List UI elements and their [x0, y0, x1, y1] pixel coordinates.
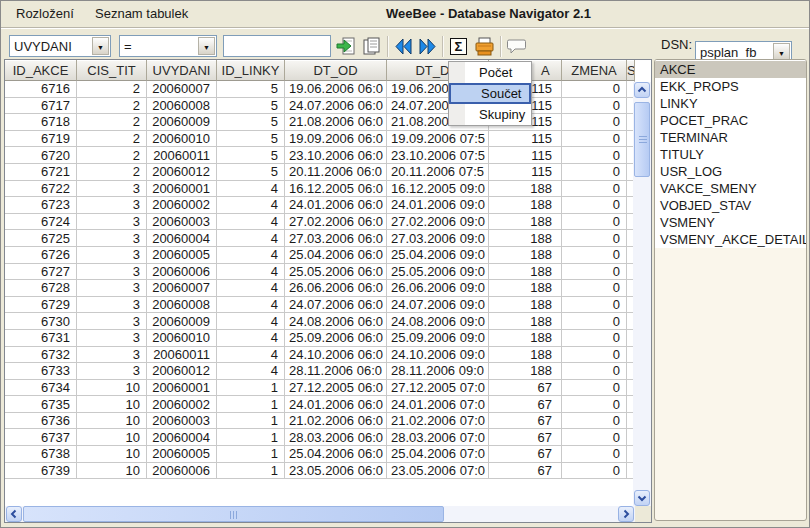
table-list-item-ekk_props[interactable]: EKK_PROPS	[655, 78, 806, 95]
scroll-down-button[interactable]	[634, 490, 650, 506]
table-row[interactable]: 67381020060005125.04.2006 06:025.04.2006…	[5, 446, 635, 463]
cell-ID_LINKY[interactable]: 5	[217, 98, 285, 115]
cell-DT_DO[interactable]: 24.01.2006 07:0	[387, 396, 489, 413]
page-last-button[interactable]	[416, 35, 439, 58]
table-row[interactable]: 6716220060007519.06.2006 06:019.06.2006 …	[5, 81, 635, 98]
column-header-CIS_TIT[interactable]: CIS_TIT	[77, 60, 147, 81]
cell-DT_OD[interactable]: 21.08.2006 06:0	[285, 114, 387, 131]
cell-DT_DO[interactable]: 24.07.2006 09:0	[387, 297, 489, 314]
cell-ZMENA[interactable]: 0	[562, 114, 627, 131]
cell-ID_LINKY[interactable]: 1	[217, 413, 285, 430]
cell-DT_DO[interactable]: 23.05.2006 07:0	[387, 463, 489, 480]
cell-A[interactable]: 188	[489, 347, 562, 364]
cell-CIS_TIT[interactable]: 3	[77, 280, 147, 297]
cell-ZMENA[interactable]: 0	[562, 197, 627, 214]
cell-DT_DO[interactable]: 19.09.2006 07:5	[387, 131, 489, 148]
table-row[interactable]: 6730320060009424.08.2006 06:024.08.2006 …	[5, 313, 635, 330]
copy-button[interactable]	[360, 35, 383, 58]
cell-UVYDANI[interactable]: 20060002	[147, 197, 217, 214]
cell-ID_LINKY[interactable]: 4	[217, 214, 285, 231]
cell-DT_OD[interactable]: 25.05.2006 06:0	[285, 264, 387, 281]
cell-DT_DO[interactable]: 24.01.2006 09:0	[387, 197, 489, 214]
cell-ZMENA[interactable]: 0	[562, 164, 627, 181]
cell-DT_OD[interactable]: 27.02.2006 06:0	[285, 214, 387, 231]
cell-ZMENA[interactable]: 0	[562, 413, 627, 430]
cell-DT_OD[interactable]: 20.11.2006 06:0	[285, 164, 387, 181]
cell-ID_AKCE[interactable]: 6719	[5, 131, 77, 148]
cell-ID_LINKY[interactable]: 4	[217, 313, 285, 330]
cell-A[interactable]: 115	[489, 131, 562, 148]
cell-A[interactable]: 188	[489, 363, 562, 380]
cell-ID_LINKY[interactable]: 1	[217, 396, 285, 413]
table-row[interactable]: 67391020060006123.05.2006 06:023.05.2006…	[5, 463, 635, 480]
cell-ID_AKCE[interactable]: 6723	[5, 197, 77, 214]
table-row[interactable]: 6719220060010519.09.2006 06:019.09.2006 …	[5, 131, 635, 148]
cell-ZMENA[interactable]: 0	[562, 264, 627, 281]
cell-DT_OD[interactable]: 27.03.2006 06:0	[285, 230, 387, 247]
cell-UVYDANI[interactable]: 20060007	[147, 81, 217, 98]
cell-CIS_TIT[interactable]: 3	[77, 230, 147, 247]
table-row[interactable]: 6721220060012520.11.2006 06:020.11.2006 …	[5, 164, 635, 181]
scroll-left-button[interactable]	[6, 506, 22, 522]
dsn-dropdown-button[interactable]: ▼	[773, 43, 790, 60]
cell-ID_LINKY[interactable]: 1	[217, 429, 285, 446]
cell-ZMENA[interactable]: 0	[562, 347, 627, 364]
table-list-item-vakce_smeny[interactable]: VAKCE_SMENY	[655, 180, 806, 197]
filter-field-dropdown-button[interactable]: ▼	[92, 37, 109, 55]
cell-CIS_TIT[interactable]: 3	[77, 214, 147, 231]
cell-ID_AKCE[interactable]: 6737	[5, 429, 77, 446]
scroll-right-button[interactable]	[618, 506, 634, 522]
cell-UVYDANI[interactable]: 20060006	[147, 463, 217, 480]
menu-rozlozeni[interactable]: Rozložení	[10, 1, 80, 27]
cell-DT_OD[interactable]: 26.06.2006 06:0	[285, 280, 387, 297]
cell-CIS_TIT[interactable]: 10	[77, 396, 147, 413]
cell-UVYDANI[interactable]: 20060005	[147, 247, 217, 264]
cell-DT_OD[interactable]: 16.12.2005 06:0	[285, 181, 387, 198]
aggregate-button[interactable]: Σ	[447, 35, 470, 58]
cell-ID_LINKY[interactable]: 1	[217, 446, 285, 463]
filter-field-combo[interactable]: UVYDANI ▼	[9, 35, 111, 57]
cell-ID_AKCE[interactable]: 6739	[5, 463, 77, 480]
cell-ZMENA[interactable]: 0	[562, 280, 627, 297]
cell-UVYDANI[interactable]: 20060011	[147, 147, 217, 164]
table-row[interactable]: 6722320060001416.12.2005 06:016.12.2005 …	[5, 181, 635, 198]
cell-UVYDANI[interactable]: 20060007	[147, 280, 217, 297]
cell-ZMENA[interactable]: 0	[562, 247, 627, 264]
cell-DT_OD[interactable]: 25.04.2006 06:0	[285, 446, 387, 463]
cell-DT_OD[interactable]: 21.02.2006 06:0	[285, 413, 387, 430]
cell-DT_DO[interactable]: 28.11.2006 09:0	[387, 363, 489, 380]
cell-A[interactable]: 188	[489, 297, 562, 314]
cell-ID_LINKY[interactable]: 4	[217, 347, 285, 364]
cell-ID_LINKY[interactable]: 1	[217, 463, 285, 480]
cell-A[interactable]: 67	[489, 463, 562, 480]
table-list-item-terminar[interactable]: TERMINAR	[655, 129, 806, 146]
cell-ZMENA[interactable]: 0	[562, 363, 627, 380]
cell-DT_OD[interactable]: 19.06.2006 06:0	[285, 81, 387, 98]
table-list-item-vsmeny[interactable]: VSMENY	[655, 214, 806, 231]
table-list-item-vobjed_stav[interactable]: VOBJED_STAV	[655, 197, 806, 214]
cell-DT_DO[interactable]: 27.02.2006 09:0	[387, 214, 489, 231]
table-list-item-vsmeny_akce_detail[interactable]: VSMENY_AKCE_DETAIL	[655, 231, 806, 248]
cell-CIS_TIT[interactable]: 10	[77, 446, 147, 463]
cell-ZMENA[interactable]: 0	[562, 330, 627, 347]
cell-CIS_TIT[interactable]: 3	[77, 347, 147, 364]
table-list-item-pocet_prac[interactable]: POCET_PRAC	[655, 112, 806, 129]
table-row[interactable]: 6732320060011424.10.2006 06:024.10.2006 …	[5, 347, 635, 364]
cell-UVYDANI[interactable]: 20060004	[147, 230, 217, 247]
cell-A[interactable]: 67	[489, 380, 562, 397]
cell-CIS_TIT[interactable]: 2	[77, 147, 147, 164]
cell-UVYDANI[interactable]: 20060012	[147, 363, 217, 380]
table-row[interactable]: 6725320060004427.03.2006 06:027.03.2006 …	[5, 230, 635, 247]
cell-ID_LINKY[interactable]: 5	[217, 147, 285, 164]
cell-UVYDANI[interactable]: 20060011	[147, 347, 217, 364]
cell-ID_AKCE[interactable]: 6735	[5, 396, 77, 413]
cell-ID_AKCE[interactable]: 6726	[5, 247, 77, 264]
cell-UVYDANI[interactable]: 20060012	[147, 164, 217, 181]
table-row[interactable]: 6724320060003427.02.2006 06:027.02.2006 …	[5, 214, 635, 231]
table-row[interactable]: 6727320060006425.05.2006 06:025.05.2006 …	[5, 264, 635, 281]
menu-item-součet[interactable]: Součet	[449, 83, 531, 104]
table-list-item-akce[interactable]: AKCE	[655, 61, 806, 78]
cell-UVYDANI[interactable]: 20060009	[147, 114, 217, 131]
cell-A[interactable]: 188	[489, 230, 562, 247]
cell-ID_AKCE[interactable]: 6734	[5, 380, 77, 397]
